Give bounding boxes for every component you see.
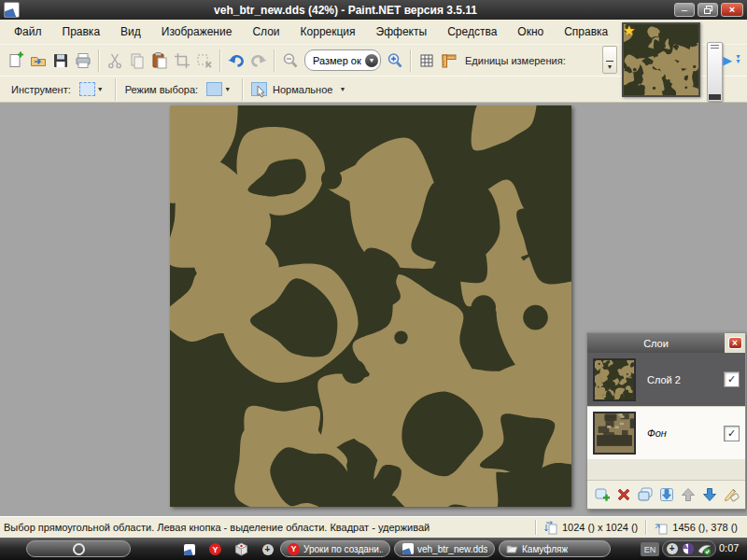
tool-label: Инструмент:	[11, 84, 71, 95]
title-bar[interactable]: veh_btr_new.dds (42%) - Paint.NET версия…	[0, 0, 747, 20]
layer2-thumbnail	[593, 358, 636, 401]
add-layer-button[interactable]	[591, 483, 613, 506]
clock[interactable]: 0:07	[719, 542, 739, 553]
quicklaunch-paintnet[interactable]	[181, 541, 197, 557]
plus-icon: +	[262, 544, 274, 555]
menu-item-effects[interactable]: Эффекты	[366, 21, 438, 42]
replace-selection-icon	[206, 82, 222, 96]
cube-icon	[234, 542, 248, 556]
toolbar-separator	[274, 49, 275, 72]
scroll-right-icon[interactable]: ▶	[723, 53, 732, 67]
move-layer-down-button[interactable]	[698, 483, 720, 506]
layers-button-bar	[587, 480, 745, 509]
copy-icon	[126, 49, 148, 72]
crop-icon	[171, 49, 193, 72]
language-indicator[interactable]: EN	[641, 542, 659, 556]
start-button[interactable]	[26, 540, 131, 557]
zoom-level-combobox[interactable]: Размер ок ▼	[304, 49, 381, 71]
background-thumbnail	[593, 412, 636, 455]
merge-down-button[interactable]	[655, 483, 677, 506]
expand-chevron-icon[interactable]: ▼ ▼	[735, 54, 741, 63]
start-logo-icon	[73, 543, 85, 555]
layer2-name: Слой 2	[636, 374, 724, 385]
layers-panel-title: Слои	[587, 338, 725, 349]
unsaved-star-icon: ★	[623, 22, 635, 39]
minimize-button[interactable]: –	[674, 3, 695, 17]
toolbar-overflow-button[interactable]: ▼	[602, 46, 617, 74]
image-size-value: 1024 () x 1024 ()	[562, 522, 638, 533]
layer-properties-button[interactable]	[720, 483, 741, 506]
undo-icon[interactable]	[225, 49, 247, 72]
selection-mode-button[interactable]: ▼	[203, 77, 238, 101]
panel-line	[711, 45, 719, 46]
selection-mode-label: Режим выбора:	[125, 84, 198, 95]
normal-blend-icon	[251, 82, 268, 96]
status-separator	[645, 520, 647, 535]
status-bar: Выбор прямоугольной области. Левая кнопк…	[0, 516, 747, 538]
layer-row-layer2[interactable]: Слой 2 ✓	[587, 353, 745, 406]
layer-row-background[interactable]: Фон ✓	[587, 406, 745, 459]
background-visibility-checkbox[interactable]: ✓	[724, 426, 740, 441]
menu-item-edit[interactable]: Правка	[52, 21, 111, 42]
save-icon[interactable]	[49, 49, 72, 72]
cursor-position-group: 1456 (), 378 ()	[649, 521, 743, 535]
antivirus-tray-icon[interactable]	[698, 543, 712, 555]
image-size-group: 1024 () x 1024 ()	[539, 521, 643, 535]
units-label: Единицы измерения:	[465, 55, 566, 66]
chevron-down-icon: ▼	[97, 86, 104, 92]
quicklaunch-yandex[interactable]: Y	[207, 541, 223, 557]
menu-item-view[interactable]: Вид	[110, 21, 151, 42]
chevron-down-icon: ▼	[735, 59, 741, 63]
quicklaunch-add-button[interactable]: +	[260, 541, 275, 557]
new-file-icon[interactable]	[5, 49, 27, 72]
move-layer-up-button[interactable]	[677, 483, 698, 506]
zoom-in-icon[interactable]	[384, 49, 406, 72]
toolbar-separator	[219, 49, 221, 72]
menu-item-file[interactable]: Файл	[4, 21, 52, 42]
task-label: Камуфляж	[522, 544, 568, 554]
image-canvas[interactable]	[170, 105, 571, 507]
layers-empty-area	[587, 459, 745, 480]
duplicate-layer-button[interactable]	[634, 483, 655, 506]
restore-button[interactable]	[698, 3, 718, 17]
menu-item-adjustments[interactable]: Коррекция	[290, 21, 366, 42]
tool-select-button[interactable]: ▼	[76, 77, 111, 101]
quicklaunch-3d-app[interactable]	[233, 541, 249, 557]
close-button[interactable]: ×	[721, 3, 743, 17]
menu-item-help[interactable]: Справка	[554, 21, 618, 42]
window-title: veh_btr_new.dds (42%) - Paint.NET версия…	[20, 4, 671, 17]
layers-close-button[interactable]: ×	[728, 337, 742, 349]
task-label: veh_btr_new.dds (...	[417, 544, 487, 554]
task-button-paintnet[interactable]: veh_btr_new.dds (...	[394, 540, 495, 557]
layer2-visibility-checkbox[interactable]: ✓	[724, 371, 740, 387]
menu-item-utilities[interactable]: Средства	[437, 21, 507, 42]
open-image-thumbnail[interactable]: ★	[622, 22, 700, 97]
panel-footer	[709, 94, 721, 100]
tray-expand-icon[interactable]: +	[667, 543, 678, 554]
layers-panel-titlebar[interactable]: Слои ×	[587, 333, 745, 353]
menu-item-window[interactable]: Окно	[507, 21, 554, 42]
chevron-down-icon[interactable]: ▼	[365, 54, 378, 67]
cut-icon	[104, 49, 126, 72]
open-file-icon[interactable]	[27, 49, 49, 72]
paste-icon[interactable]	[148, 49, 171, 72]
yandex-icon: Y	[288, 543, 300, 555]
menu-item-layers[interactable]: Слои	[242, 21, 289, 42]
blend-mode-button[interactable]: Нормальное ▼	[247, 77, 353, 101]
paintnet-window: veh_btr_new.dds (42%) - Paint.NET версия…	[0, 0, 747, 560]
layers-panel: Слои × Слой 2 ✓ Фон ✓	[586, 332, 746, 510]
delete-layer-button[interactable]	[613, 483, 634, 506]
print-icon[interactable]	[72, 49, 94, 72]
paintnet-icon	[402, 543, 414, 554]
background-name: Фон	[636, 427, 724, 439]
task-button-folder[interactable]: Камуфляж	[499, 540, 611, 557]
task-button-browser[interactable]: Y Уроки по создани...	[280, 540, 390, 557]
toolbar-separator	[410, 49, 412, 72]
ruler-icon[interactable]	[438, 49, 460, 72]
browser-tray-icon[interactable]	[682, 542, 695, 555]
collapsed-panel[interactable]	[707, 42, 723, 102]
grid-icon[interactable]	[416, 49, 438, 72]
menu-item-image[interactable]: Изображение	[151, 21, 243, 42]
panel-line	[711, 48, 719, 49]
overflow-bar	[606, 61, 613, 62]
